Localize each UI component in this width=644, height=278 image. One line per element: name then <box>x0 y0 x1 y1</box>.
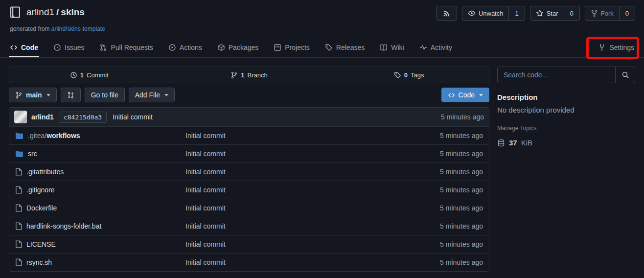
file-name[interactable]: LICENSE <box>26 240 56 248</box>
file-commit-message[interactable]: Initial commit <box>185 132 440 139</box>
file-commit-message[interactable]: Initial commit <box>185 150 440 158</box>
file-commit-message[interactable]: Initial commit <box>185 240 440 248</box>
tab-settings[interactable]: Settings <box>597 44 635 57</box>
tab-releases[interactable]: Releases <box>324 44 366 57</box>
file-name[interactable]: .gitea/workflows <box>28 132 80 139</box>
repo-size-unit: KiB <box>521 139 532 147</box>
file-name[interactable]: hardlink-songs-folder.bat <box>26 222 101 230</box>
repo-header: arlind1/skins <box>0 0 644 32</box>
fork-icon <box>591 10 598 17</box>
repo-nav: Code Issues Pull Requests Actions Packag… <box>0 38 644 58</box>
file-commit-time: 5 minutes ago <box>440 222 489 230</box>
go-to-file-label: Go to file <box>91 91 118 99</box>
branch-label: Branch <box>248 71 268 79</box>
unwatch-label: Unwatch <box>479 10 504 17</box>
repo-size-value: 37 <box>509 139 517 147</box>
compare-button[interactable] <box>61 88 81 102</box>
tab-pull-requests[interactable]: Pull Requests <box>98 44 154 57</box>
file-commit-message[interactable]: Initial commit <box>185 258 440 266</box>
search-input[interactable] <box>498 67 615 83</box>
add-file-button[interactable]: Add File <box>129 88 175 102</box>
watchers-count[interactable]: 1 <box>508 6 524 20</box>
file-icon <box>15 222 22 230</box>
current-branch-label: main <box>26 91 42 99</box>
file-commit-time: 5 minutes ago <box>440 204 489 212</box>
repo-sidebar: Description No description provided Mana… <box>497 67 635 147</box>
code-icon <box>10 44 18 51</box>
pull-request-icon <box>99 44 107 51</box>
tab-activity[interactable]: Activity <box>418 44 453 57</box>
table-row: .gitignore Initial commit 5 minutes ago <box>9 181 489 199</box>
tab-wiki[interactable]: Wiki <box>379 44 405 57</box>
tab-label: Packages <box>229 44 258 51</box>
tab-actions[interactable]: Actions <box>167 44 203 57</box>
commit-count: 1 <box>80 71 84 79</box>
commits-link[interactable]: 1 Commit <box>9 67 169 83</box>
file-commit-message[interactable]: Initial commit <box>185 222 440 230</box>
manage-topics-link[interactable]: Manage Topics <box>497 125 635 132</box>
repo-actions: Unwatch 1 Star 0 <box>436 6 635 21</box>
stars-count[interactable]: 0 <box>564 6 579 20</box>
repo-size: 37 KiB <box>497 139 635 147</box>
file-commit-time: 5 minutes ago <box>440 150 489 158</box>
code-download-button[interactable]: Code <box>441 88 489 102</box>
tags-link[interactable]: 0 Tags <box>329 67 489 83</box>
commit-time: 5 minutes ago <box>441 113 484 121</box>
file-commit-message[interactable]: Initial commit <box>185 204 440 212</box>
play-circle-icon <box>168 44 176 51</box>
repo-title-separator: / <box>56 7 59 17</box>
unwatch-button[interactable]: Unwatch 1 <box>462 6 525 21</box>
chevron-down-icon <box>479 94 483 96</box>
forks-count[interactable]: 0 <box>619 6 635 20</box>
tab-label: Code <box>21 44 38 51</box>
rss-button[interactable] <box>436 6 457 21</box>
tab-projects[interactable]: Projects <box>273 44 311 57</box>
file-commit-message[interactable]: Initial commit <box>185 186 440 194</box>
file-name[interactable]: src <box>28 150 37 158</box>
issue-icon <box>53 44 61 51</box>
commit-author-link[interactable]: arlind1 <box>31 113 54 121</box>
file-commit-time: 5 minutes ago <box>440 132 489 139</box>
commit-label: Commit <box>87 71 109 79</box>
description-heading: Description <box>497 93 635 101</box>
folder-icon <box>15 150 23 158</box>
file-name[interactable]: Dockerfile <box>26 204 57 212</box>
table-row: rsync.sh Initial commit 5 minutes ago <box>9 253 489 271</box>
tab-label: Activity <box>431 44 452 51</box>
file-name[interactable]: .gitignore <box>26 186 55 194</box>
history-icon <box>70 71 77 79</box>
latest-commit-row: arlind1 c84215d0a3 Initial commit 5 minu… <box>9 108 489 126</box>
project-board-icon <box>274 44 281 51</box>
branch-selector[interactable]: main <box>9 88 57 102</box>
tab-code[interactable]: Code <box>9 44 39 57</box>
file-commit-time: 5 minutes ago <box>440 168 489 176</box>
tab-label: Settings <box>609 44 634 51</box>
branches-link[interactable]: 1 Branch <box>169 67 329 83</box>
file-name[interactable]: .gitattributes <box>26 168 64 176</box>
code-icon <box>448 92 455 99</box>
tab-packages[interactable]: Packages <box>216 44 259 57</box>
avatar[interactable] <box>14 111 27 123</box>
commit-message-link[interactable]: Initial commit <box>113 113 153 121</box>
file-commit-time: 5 minutes ago <box>440 240 489 248</box>
fork-label: Fork <box>601 10 614 17</box>
wrench-icon <box>598 44 606 51</box>
go-to-file-button[interactable]: Go to file <box>85 88 125 102</box>
chevron-down-icon <box>164 94 168 96</box>
file-icon <box>15 240 22 248</box>
template-repo-link[interactable]: arlind/skins-template <box>51 25 105 32</box>
star-button[interactable]: Star 0 <box>530 6 580 21</box>
commit-hash-badge[interactable]: c84215d0a3 <box>59 112 107 123</box>
tab-label: Issues <box>65 44 84 51</box>
repo-name-link[interactable]: skins <box>61 7 85 17</box>
package-icon <box>217 44 225 51</box>
file-commit-message[interactable]: Initial commit <box>185 168 440 176</box>
repo-owner-link[interactable]: arlind1 <box>26 7 54 17</box>
tab-label: Actions <box>180 44 202 51</box>
fork-button[interactable]: Fork 0 <box>585 6 635 21</box>
repo-summary-bar: 1 Commit 1 Branch 0 Tags <box>9 67 489 83</box>
file-name[interactable]: rsync.sh <box>26 258 52 266</box>
tab-issues[interactable]: Issues <box>52 44 85 57</box>
compare-icon <box>67 92 74 99</box>
search-button[interactable] <box>615 67 635 83</box>
